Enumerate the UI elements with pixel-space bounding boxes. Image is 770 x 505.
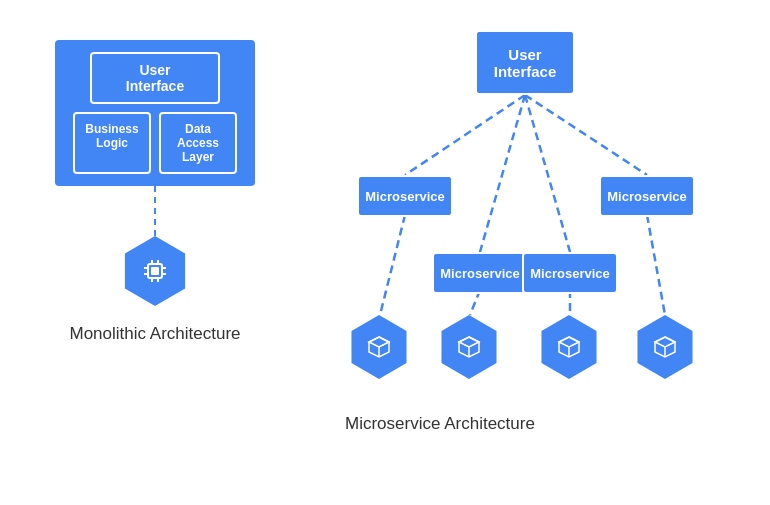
svg-line-36 — [655, 342, 665, 347]
svg-marker-34 — [655, 337, 675, 347]
svg-rect-1 — [151, 267, 159, 275]
cube-icon-4 — [651, 333, 679, 361]
diagram-container: User Interface Business Logic Data Acces… — [0, 0, 770, 505]
chip-icon — [139, 255, 171, 287]
micro-hex1 — [347, 315, 411, 379]
mono-connector-line — [154, 186, 156, 236]
svg-marker-29 — [559, 337, 579, 347]
mono-ui-box: User Interface — [90, 52, 220, 104]
svg-line-26 — [459, 342, 469, 347]
svg-line-11 — [525, 95, 647, 175]
micro-ui-label: User Interface — [494, 46, 557, 80]
svg-line-37 — [665, 342, 675, 347]
micro-hex4 — [633, 315, 697, 379]
microservice-title: Microservice Architecture — [345, 414, 535, 434]
monolithic-title: Monolithic Architecture — [69, 324, 240, 344]
micro-ms1-box: Microservice — [357, 175, 453, 217]
mono-data-access-box: Data Access Layer — [159, 112, 237, 174]
micro-db-hex3 — [537, 315, 601, 379]
micro-db-hex2 — [437, 315, 501, 379]
mono-bottom-row: Business Logic Data Access Layer — [73, 112, 237, 174]
micro-diagram: User Interface Microservice Microservice… — [325, 20, 725, 410]
svg-line-17 — [647, 215, 665, 315]
micro-ms1-label: Microservice — [365, 189, 445, 204]
micro-ms3-label: Microservice — [440, 266, 520, 281]
svg-line-12 — [480, 95, 525, 252]
micro-ms4-label: Microservice — [530, 266, 610, 281]
svg-line-22 — [379, 342, 389, 347]
mono-business-logic-box: Business Logic — [73, 112, 151, 174]
svg-line-27 — [469, 342, 479, 347]
svg-marker-19 — [369, 337, 389, 347]
svg-line-13 — [525, 95, 570, 252]
mono-ui-label: User Interface — [126, 62, 184, 94]
micro-db-hex1 — [347, 315, 411, 379]
monolithic-box: User Interface Business Logic Data Acces… — [55, 40, 255, 186]
svg-marker-24 — [459, 337, 479, 347]
cube-icon-2 — [455, 333, 483, 361]
micro-ms4-box: Microservice — [522, 252, 618, 294]
monolithic-section: User Interface Business Logic Data Acces… — [45, 20, 265, 344]
microservice-section: User Interface Microservice Microservice… — [325, 20, 725, 434]
svg-line-14 — [380, 215, 405, 315]
micro-hex3 — [537, 315, 601, 379]
micro-ui-box: User Interface — [475, 30, 575, 95]
mono-database-hexagon — [120, 236, 190, 306]
svg-line-21 — [369, 342, 379, 347]
svg-line-10 — [405, 95, 525, 175]
micro-ms2-label: Microservice — [607, 189, 687, 204]
micro-db-hex4 — [633, 315, 697, 379]
micro-ms3-box: Microservice — [432, 252, 528, 294]
svg-line-32 — [569, 342, 579, 347]
micro-hex2 — [437, 315, 501, 379]
svg-line-31 — [559, 342, 569, 347]
mono-dal-label: Data Access Layer — [177, 122, 219, 164]
mono-bl-label: Business Logic — [85, 122, 138, 150]
cube-icon-3 — [555, 333, 583, 361]
cube-icon-1 — [365, 333, 393, 361]
micro-ms2-box: Microservice — [599, 175, 695, 217]
